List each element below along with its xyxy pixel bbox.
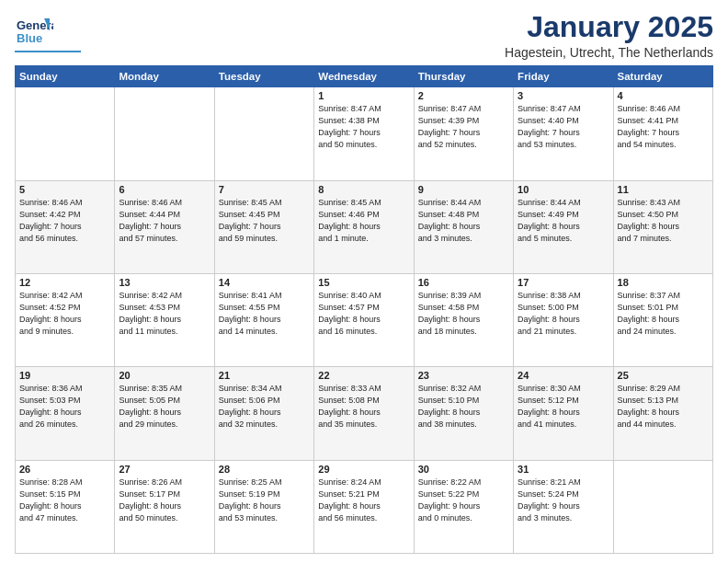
- col-wednesday: Wednesday: [314, 66, 414, 87]
- table-row: 6Sunrise: 8:46 AM Sunset: 4:44 PM Daylig…: [115, 180, 214, 273]
- day-number: 10: [518, 184, 609, 195]
- table-row: 16Sunrise: 8:39 AM Sunset: 4:58 PM Dayli…: [414, 273, 513, 366]
- table-row: 29Sunrise: 8:24 AM Sunset: 5:21 PM Dayli…: [314, 460, 414, 553]
- table-row: [115, 87, 214, 180]
- day-number: 27: [119, 464, 210, 475]
- day-info: Sunrise: 8:28 AM Sunset: 5:15 PM Dayligh…: [19, 477, 110, 524]
- day-number: 20: [119, 370, 210, 381]
- svg-text:Blue: Blue: [17, 31, 42, 45]
- day-info: Sunrise: 8:46 AM Sunset: 4:44 PM Dayligh…: [119, 197, 210, 245]
- day-number: 14: [219, 277, 310, 288]
- day-info: Sunrise: 8:37 AM Sunset: 5:01 PM Dayligh…: [618, 290, 709, 338]
- table-row: 24Sunrise: 8:30 AM Sunset: 5:12 PM Dayli…: [514, 367, 613, 460]
- col-friday: Friday: [514, 66, 613, 87]
- day-number: 18: [618, 277, 709, 288]
- day-info: Sunrise: 8:46 AM Sunset: 4:41 PM Dayligh…: [618, 103, 709, 151]
- col-sunday: Sunday: [16, 66, 115, 87]
- table-row: 27Sunrise: 8:26 AM Sunset: 5:17 PM Dayli…: [115, 460, 214, 553]
- day-info: Sunrise: 8:46 AM Sunset: 4:42 PM Dayligh…: [19, 197, 110, 245]
- day-info: Sunrise: 8:47 AM Sunset: 4:38 PM Dayligh…: [318, 103, 409, 151]
- day-info: Sunrise: 8:45 AM Sunset: 4:45 PM Dayligh…: [219, 197, 310, 245]
- day-info: Sunrise: 8:30 AM Sunset: 5:12 PM Dayligh…: [518, 383, 609, 431]
- day-number: 24: [518, 370, 609, 381]
- day-number: 3: [518, 90, 609, 101]
- table-row: 28Sunrise: 8:25 AM Sunset: 5:19 PM Dayli…: [214, 460, 313, 553]
- table-row: 2Sunrise: 8:47 AM Sunset: 4:39 PM Daylig…: [414, 87, 513, 180]
- calendar-week-row: 1Sunrise: 8:47 AM Sunset: 4:38 PM Daylig…: [16, 87, 713, 180]
- day-info: Sunrise: 8:36 AM Sunset: 5:03 PM Dayligh…: [19, 383, 110, 431]
- day-info: Sunrise: 8:25 AM Sunset: 5:19 PM Dayligh…: [219, 477, 310, 524]
- day-number: 11: [618, 184, 709, 195]
- col-monday: Monday: [115, 66, 214, 87]
- table-row: [214, 87, 313, 180]
- col-tuesday: Tuesday: [214, 66, 313, 87]
- day-info: Sunrise: 8:34 AM Sunset: 5:06 PM Dayligh…: [219, 383, 310, 431]
- page: General Blue January 2025 Hagestein, Utr…: [0, 0, 728, 563]
- logo-underline: [15, 51, 81, 52]
- day-info: Sunrise: 8:21 AM Sunset: 5:24 PM Dayligh…: [518, 477, 609, 524]
- day-info: Sunrise: 8:42 AM Sunset: 4:53 PM Dayligh…: [119, 290, 210, 338]
- day-info: Sunrise: 8:24 AM Sunset: 5:21 PM Dayligh…: [318, 477, 409, 524]
- day-info: Sunrise: 8:39 AM Sunset: 4:58 PM Dayligh…: [418, 290, 509, 338]
- table-row: 3Sunrise: 8:47 AM Sunset: 4:40 PM Daylig…: [514, 87, 613, 180]
- day-number: 29: [318, 464, 409, 475]
- day-number: 21: [219, 370, 310, 381]
- day-number: 28: [219, 464, 310, 475]
- table-row: 11Sunrise: 8:43 AM Sunset: 4:50 PM Dayli…: [613, 180, 712, 273]
- calendar-week-row: 19Sunrise: 8:36 AM Sunset: 5:03 PM Dayli…: [16, 367, 713, 460]
- day-info: Sunrise: 8:44 AM Sunset: 4:49 PM Dayligh…: [518, 197, 609, 245]
- day-info: Sunrise: 8:47 AM Sunset: 4:39 PM Dayligh…: [418, 103, 509, 151]
- day-info: Sunrise: 8:45 AM Sunset: 4:46 PM Dayligh…: [318, 197, 409, 245]
- table-row: [16, 87, 115, 180]
- table-row: 5Sunrise: 8:46 AM Sunset: 4:42 PM Daylig…: [16, 180, 115, 273]
- day-number: 12: [19, 277, 110, 288]
- table-row: 10Sunrise: 8:44 AM Sunset: 4:49 PM Dayli…: [514, 180, 613, 273]
- table-row: [613, 460, 712, 553]
- day-info: Sunrise: 8:43 AM Sunset: 4:50 PM Dayligh…: [618, 197, 709, 245]
- table-row: 12Sunrise: 8:42 AM Sunset: 4:52 PM Dayli…: [16, 273, 115, 366]
- table-row: 13Sunrise: 8:42 AM Sunset: 4:53 PM Dayli…: [115, 273, 214, 366]
- calendar-week-row: 12Sunrise: 8:42 AM Sunset: 4:52 PM Dayli…: [16, 273, 713, 366]
- title-area: January 2025 Hagestein, Utrecht, The Net…: [505, 11, 713, 60]
- day-info: Sunrise: 8:41 AM Sunset: 4:55 PM Dayligh…: [219, 290, 310, 338]
- day-number: 30: [418, 464, 509, 475]
- table-row: 21Sunrise: 8:34 AM Sunset: 5:06 PM Dayli…: [214, 367, 313, 460]
- table-row: 15Sunrise: 8:40 AM Sunset: 4:57 PM Dayli…: [314, 273, 414, 366]
- day-info: Sunrise: 8:35 AM Sunset: 5:05 PM Dayligh…: [119, 383, 210, 431]
- table-row: 25Sunrise: 8:29 AM Sunset: 5:13 PM Dayli…: [613, 367, 712, 460]
- table-row: 19Sunrise: 8:36 AM Sunset: 5:03 PM Dayli…: [16, 367, 115, 460]
- table-row: 9Sunrise: 8:44 AM Sunset: 4:48 PM Daylig…: [414, 180, 513, 273]
- col-thursday: Thursday: [414, 66, 513, 87]
- day-number: 4: [618, 90, 709, 101]
- day-number: 26: [19, 464, 110, 475]
- table-row: 23Sunrise: 8:32 AM Sunset: 5:10 PM Dayli…: [414, 367, 513, 460]
- table-row: 26Sunrise: 8:28 AM Sunset: 5:15 PM Dayli…: [16, 460, 115, 553]
- day-number: 17: [518, 277, 609, 288]
- table-row: 31Sunrise: 8:21 AM Sunset: 5:24 PM Dayli…: [514, 460, 613, 553]
- day-number: 8: [318, 184, 409, 195]
- day-number: 16: [418, 277, 509, 288]
- table-row: 18Sunrise: 8:37 AM Sunset: 5:01 PM Dayli…: [613, 273, 712, 366]
- calendar-week-row: 26Sunrise: 8:28 AM Sunset: 5:15 PM Dayli…: [16, 460, 713, 553]
- day-number: 1: [318, 90, 409, 101]
- logo-icon: General Blue: [15, 11, 53, 50]
- calendar-week-row: 5Sunrise: 8:46 AM Sunset: 4:42 PM Daylig…: [16, 180, 713, 273]
- day-info: Sunrise: 8:26 AM Sunset: 5:17 PM Dayligh…: [119, 477, 210, 524]
- table-row: 7Sunrise: 8:45 AM Sunset: 4:45 PM Daylig…: [214, 180, 313, 273]
- table-row: 20Sunrise: 8:35 AM Sunset: 5:05 PM Dayli…: [115, 367, 214, 460]
- day-number: 2: [418, 90, 509, 101]
- table-row: 8Sunrise: 8:45 AM Sunset: 4:46 PM Daylig…: [314, 180, 414, 273]
- day-number: 15: [318, 277, 409, 288]
- day-number: 25: [618, 370, 709, 381]
- day-number: 19: [19, 370, 110, 381]
- month-title: January 2025: [505, 11, 713, 43]
- day-info: Sunrise: 8:47 AM Sunset: 4:40 PM Dayligh…: [518, 103, 609, 151]
- day-number: 5: [19, 184, 110, 195]
- logo: General Blue: [15, 11, 81, 52]
- location: Hagestein, Utrecht, The Netherlands: [505, 45, 713, 60]
- col-saturday: Saturday: [613, 66, 712, 87]
- day-info: Sunrise: 8:32 AM Sunset: 5:10 PM Dayligh…: [418, 383, 509, 431]
- day-info: Sunrise: 8:22 AM Sunset: 5:22 PM Dayligh…: [418, 477, 509, 524]
- day-number: 13: [119, 277, 210, 288]
- table-row: 4Sunrise: 8:46 AM Sunset: 4:41 PM Daylig…: [613, 87, 712, 180]
